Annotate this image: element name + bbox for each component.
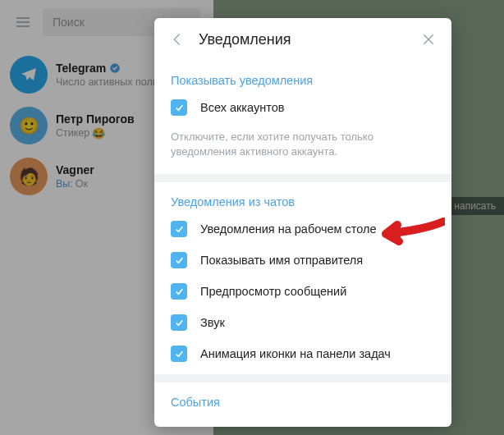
check-icon (174, 255, 185, 266)
option-sound[interactable]: Звук (154, 307, 451, 338)
check-icon (174, 349, 185, 359)
checkbox[interactable] (171, 314, 187, 331)
section-title-events: События (154, 387, 451, 414)
back-button[interactable] (166, 28, 189, 51)
option-all-accounts[interactable]: Всех аккаунтов (154, 92, 451, 123)
close-button[interactable] (417, 28, 440, 51)
option-label: Уведомления на рабочем столе (200, 222, 377, 236)
option-label: Звук (200, 316, 225, 329)
checkbox[interactable] (171, 99, 187, 116)
option-taskbar-animation[interactable]: Анимация иконки на панели задач (154, 338, 451, 369)
checkbox[interactable] (171, 252, 187, 268)
option-label: Показывать имя отправителя (200, 254, 363, 267)
section-title-show-notifications: Показывать уведомления (154, 66, 451, 92)
option-show-sender[interactable]: Показывать имя отправителя (154, 245, 451, 276)
checkbox[interactable] (171, 283, 187, 300)
option-label: Предпросмотр сообщений (200, 285, 346, 298)
settings-modal: Уведомления Показывать уведомления Всех … (154, 18, 451, 427)
section-hint: Отключите, если хотите получать только у… (154, 123, 451, 169)
option-desktop-notifications[interactable]: Уведомления на рабочем столе (154, 213, 451, 245)
check-icon (174, 318, 185, 328)
option-label: Анимация иконки на панели задач (200, 347, 391, 360)
modal-title: Уведомления (199, 31, 417, 48)
close-icon (421, 32, 436, 47)
check-icon (174, 286, 185, 297)
section-title-chat-notifications: Уведомления из чатов (154, 187, 451, 213)
check-icon (174, 103, 185, 113)
arrow-left-icon (170, 32, 185, 47)
option-label: Всех аккаунтов (200, 101, 284, 114)
option-message-preview[interactable]: Предпросмотр сообщений (154, 276, 451, 307)
checkbox[interactable] (171, 346, 187, 362)
checkbox[interactable] (171, 221, 187, 237)
check-icon (174, 224, 185, 235)
